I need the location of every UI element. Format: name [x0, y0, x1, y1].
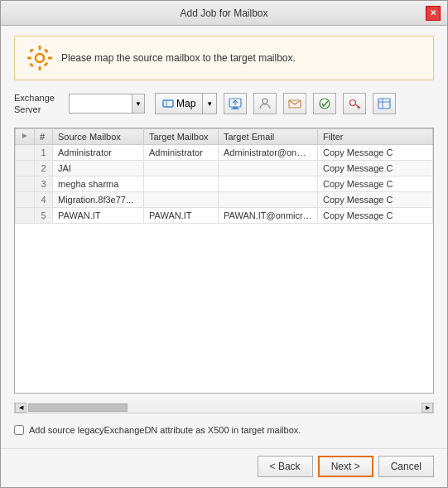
svg-rect-5 — [29, 48, 34, 53]
target-mailbox-cell — [144, 160, 219, 176]
source-mailbox-cell: PAWAN.IT — [53, 207, 144, 223]
scrollbar-area: ◀ ▶ — [14, 402, 434, 413]
checkmark-icon — [318, 97, 331, 110]
mailbox-table-container: # Source Mailbox Target Mailbox Target E… — [14, 128, 434, 394]
toolbar-icon-btn-2[interactable] — [253, 93, 277, 114]
table-row[interactable]: 1 Administrator Administrator Administra… — [16, 144, 433, 160]
toolbar-icon-btn-5[interactable] — [343, 93, 366, 114]
svg-rect-9 — [163, 100, 173, 107]
main-window: Add Job for Mailbox ✕ — [0, 0, 448, 488]
svg-rect-2 — [39, 66, 41, 70]
source-mailbox-cell: JAI — [53, 160, 144, 176]
svg-rect-8 — [44, 49, 49, 54]
info-banner: Please map the source mailbox to the tar… — [14, 36, 434, 80]
row-num: 5 — [35, 207, 53, 223]
source-mailbox-cell: Administrator — [53, 144, 144, 160]
toolbar-row: Exchange Server ▼ Map ▼ — [14, 89, 434, 119]
legacy-dn-checkbox[interactable] — [14, 425, 24, 435]
back-button[interactable]: < Back — [258, 456, 313, 477]
server-dropdown[interactable]: ▼ — [69, 94, 145, 114]
map-button-group: Map ▼ — [155, 93, 217, 114]
svg-marker-25 — [22, 133, 27, 138]
toolbar-icon-btn-3[interactable] — [283, 93, 306, 114]
filter-cell: Copy Message C — [318, 207, 433, 223]
svg-point-17 — [320, 99, 330, 109]
cancel-button[interactable]: Cancel — [378, 456, 434, 477]
table-icon — [378, 97, 391, 110]
target-mailbox-cell — [144, 191, 219, 207]
legacy-dn-label: Add source legacyExchangeDN attribute as… — [29, 425, 301, 435]
svg-rect-13 — [231, 109, 239, 109]
col-header-source: Source Mailbox — [53, 128, 144, 144]
server-label: Exchange Server — [14, 92, 64, 116]
map-dropdown-arrow[interactable]: ▼ — [202, 93, 217, 114]
row-indicator — [16, 144, 35, 160]
row-indicator — [16, 191, 35, 207]
row-num: 3 — [35, 176, 53, 191]
toolbar-icon-btn-4[interactable] — [313, 93, 336, 114]
key-icon — [348, 97, 361, 110]
mailbox-table: # Source Mailbox Target Mailbox Target E… — [15, 128, 433, 224]
h-scrollbar-thumb[interactable] — [28, 403, 128, 412]
close-button[interactable]: ✕ — [426, 6, 441, 21]
target-mailbox-cell — [144, 176, 219, 191]
svg-rect-7 — [29, 63, 34, 68]
col-header-num: # — [35, 128, 53, 144]
dropdown-arrow-icon[interactable]: ▼ — [132, 94, 145, 114]
filter-cell: Copy Message C — [318, 144, 433, 160]
server-input[interactable] — [69, 94, 132, 114]
svg-point-15 — [263, 99, 267, 104]
content-area: Please map the source mailbox to the tar… — [1, 26, 447, 448]
svg-rect-22 — [378, 99, 390, 109]
row-num: 4 — [35, 191, 53, 207]
dialog-footer: < Back Next > Cancel — [1, 448, 447, 487]
table-row[interactable]: 4 Migration.8f3e77... Copy Message C — [16, 191, 433, 207]
row-indicator — [16, 176, 35, 191]
target-email-cell: Administrator@​onmicro... — [219, 144, 318, 160]
table-row[interactable]: 2 JAI Copy Message C — [16, 160, 433, 176]
source-mailbox-cell: Migration.8f3e77... — [53, 191, 144, 207]
window-title: Add Job for Mailbox — [22, 7, 426, 19]
svg-point-0 — [36, 54, 44, 62]
toolbar-icon-btn-1[interactable] — [224, 93, 247, 114]
svg-rect-3 — [27, 57, 31, 60]
target-mailbox-cell: PAWAN.IT — [144, 207, 219, 223]
table-row[interactable]: 5 PAWAN.IT PAWAN.IT PAWAN.IT@​onmicros..… — [16, 207, 433, 223]
target-email-cell: PAWAN.IT@​onmicros... — [219, 207, 318, 223]
people-icon — [258, 97, 272, 110]
map-button[interactable]: Map — [155, 93, 202, 114]
svg-point-18 — [350, 100, 356, 106]
target-email-cell — [219, 160, 318, 176]
source-mailbox-cell: megha sharma — [53, 176, 144, 191]
col-header-filter: Filter — [318, 128, 433, 144]
filter-cell: Copy Message C — [318, 160, 433, 176]
row-num: 2 — [35, 160, 53, 176]
title-bar: Add Job for Mailbox ✕ — [1, 1, 447, 26]
map-button-icon — [162, 98, 174, 109]
table-row[interactable]: 3 megha sharma Copy Message C — [16, 176, 433, 191]
screen-icon — [229, 97, 242, 110]
svg-rect-1 — [39, 46, 41, 50]
filter-cell: Copy Message C — [318, 191, 433, 207]
target-mailbox-cell: Administrator — [144, 144, 219, 160]
scroll-right-arrow[interactable]: ▶ — [422, 403, 433, 413]
svg-rect-6 — [44, 62, 49, 67]
filter-cell: Copy Message C — [318, 176, 433, 191]
target-email-cell — [219, 191, 318, 207]
row-indicator — [16, 207, 35, 223]
col-header-target: Target Mailbox — [144, 128, 219, 144]
gear-icon — [26, 45, 53, 71]
h-scrollbar-track[interactable] — [26, 403, 422, 413]
col-header-email: Target Email — [219, 128, 318, 144]
checkbox-row: Add source legacyExchangeDN attribute as… — [14, 422, 434, 438]
svg-rect-4 — [48, 57, 52, 60]
next-button[interactable]: Next > — [318, 456, 373, 477]
svg-rect-12 — [233, 107, 238, 109]
col-header-indicator — [16, 128, 35, 144]
toolbar-icon-btn-6[interactable] — [373, 93, 396, 114]
info-banner-text: Please map the source mailbox to the tar… — [61, 52, 296, 64]
scroll-left-arrow[interactable]: ◀ — [15, 403, 26, 413]
target-email-cell — [219, 176, 318, 191]
envelope-icon — [288, 97, 301, 110]
row-indicator — [16, 160, 35, 176]
